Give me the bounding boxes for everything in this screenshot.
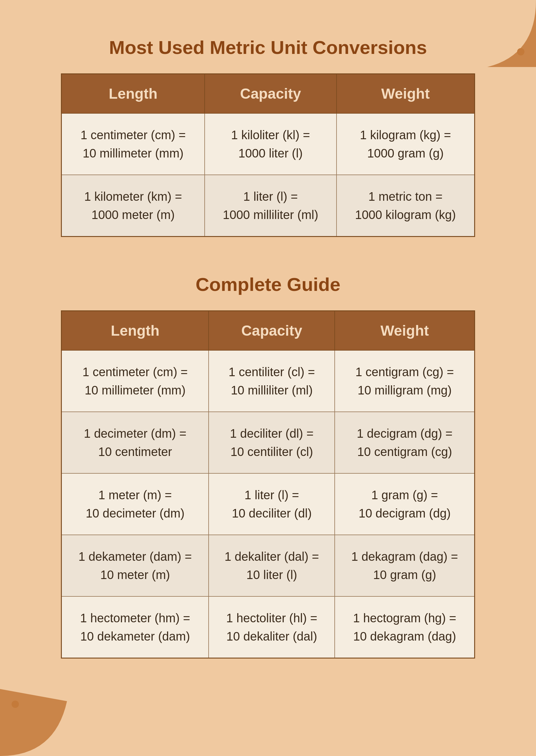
section2-header-capacity: Capacity [209, 311, 335, 351]
section2-row1-capacity: 1 deciliter (dl) = 10 centiliter (cl) [209, 412, 335, 473]
section2-row3-capacity: 1 dekaliter (dal) = 10 liter (l) [209, 535, 335, 597]
deco-bottom-left-icon [0, 689, 67, 756]
section2-title: Complete Guide [195, 274, 340, 295]
section2-row1-weight: 1 decigram (dg) = 10 centigram (cg) [335, 412, 475, 473]
section2-row4-length: 1 hectometer (hm) = 10 dekameter (dam) [61, 597, 209, 658]
deco-top-right-icon [469, 0, 536, 67]
section2-header-weight: Weight [335, 311, 475, 351]
section2-row1-length: 1 decimeter (dm) = 10 centimeter [61, 412, 209, 473]
section1-row0-length: 1 centimeter (cm) = 10 millimeter (mm) [61, 113, 205, 175]
section1-header-weight: Weight [337, 74, 475, 114]
section1-header-length: Length [61, 74, 205, 114]
svg-point-0 [517, 48, 524, 55]
section1-row0-weight: 1 kilogram (kg) = 1000 gram (g) [337, 113, 475, 175]
section2-table: Length Capacity Weight 1 centimeter (cm)… [61, 310, 475, 659]
section1-row1-capacity: 1 liter (l) = 1000 milliliter (ml) [205, 175, 337, 237]
section2-row0-weight: 1 centigram (cg) = 10 milligram (mg) [335, 350, 475, 412]
section2-row0-capacity: 1 centiliter (cl) = 10 milliliter (ml) [209, 350, 335, 412]
section2-header-length: Length [61, 311, 209, 351]
section2-row3-length: 1 dekameter (dam) = 10 meter (m) [61, 535, 209, 597]
section2-row0-length: 1 centimeter (cm) = 10 millimeter (mm) [61, 350, 209, 412]
section1-header-capacity: Capacity [205, 74, 337, 114]
svg-point-1 [12, 701, 19, 708]
section2-row2-capacity: 1 liter (l) = 10 deciliter (dl) [209, 473, 335, 535]
section1-row0-capacity: 1 kiloliter (kl) = 1000 liter (l) [205, 113, 337, 175]
section1-table: Length Capacity Weight 1 centimeter (cm)… [61, 73, 475, 237]
section2-row2-weight: 1 gram (g) = 10 decigram (dg) [335, 473, 475, 535]
section2-row4-weight: 1 hectogram (hg) = 10 dekagram (dag) [335, 597, 475, 658]
section1-row1-length: 1 kilometer (km) = 1000 meter (m) [61, 175, 205, 237]
section1-title: Most Used Metric Unit Conversions [109, 37, 427, 58]
section2-row3-weight: 1 dekagram (dag) = 10 gram (g) [335, 535, 475, 597]
section2-row2-length: 1 meter (m) = 10 decimeter (dm) [61, 473, 209, 535]
page-wrapper: Most Used Metric Unit Conversions Length… [0, 0, 536, 756]
section2-row4-capacity: 1 hectoliter (hl) = 10 dekaliter (dal) [209, 597, 335, 658]
section1-row1-weight: 1 metric ton = 1000 kilogram (kg) [337, 175, 475, 237]
